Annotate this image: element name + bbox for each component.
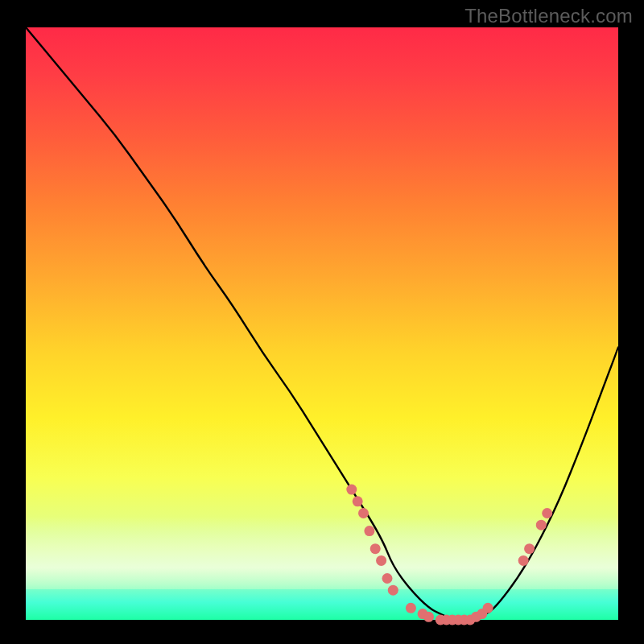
data-marker bbox=[483, 603, 493, 613]
curve-svg bbox=[26, 27, 618, 620]
chart-frame: TheBottleneck.com bbox=[0, 0, 644, 644]
data-marker bbox=[542, 508, 552, 518]
data-marker bbox=[358, 508, 369, 518]
data-marker bbox=[382, 573, 393, 584]
watermark-text: TheBottleneck.com bbox=[464, 5, 633, 27]
data-marker bbox=[536, 520, 547, 530]
data-markers bbox=[346, 485, 552, 625]
data-marker bbox=[376, 555, 386, 566]
data-marker bbox=[518, 555, 529, 566]
bottleneck-curve bbox=[26, 27, 618, 620]
data-marker bbox=[346, 485, 357, 495]
data-marker bbox=[423, 612, 434, 622]
data-marker bbox=[370, 543, 381, 554]
data-marker bbox=[524, 543, 535, 554]
data-marker bbox=[406, 603, 416, 613]
data-marker bbox=[353, 496, 363, 506]
data-marker bbox=[364, 526, 374, 536]
plot-area bbox=[26, 27, 618, 620]
data-marker bbox=[388, 585, 398, 596]
